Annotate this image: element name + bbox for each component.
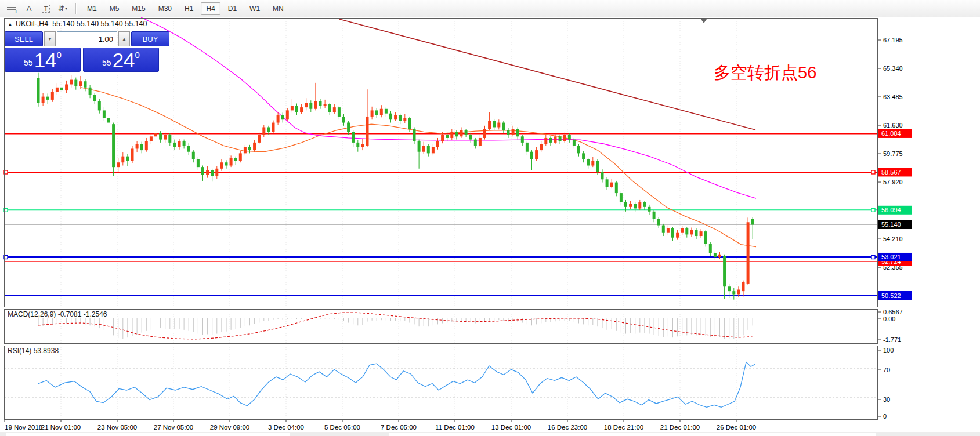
date-label: 3 Dec 04:00	[268, 424, 304, 431]
arrows-tool-icon[interactable]: ⇵▾	[55, 2, 70, 15]
candle-body	[516, 129, 519, 136]
candle-body	[342, 117, 345, 123]
date-label: 23 Nov 05:00	[97, 424, 137, 431]
candle-body	[526, 143, 529, 152]
fibonacci-lines	[7, 5, 16, 12]
toolbar-separator	[75, 3, 77, 14]
text-tool-icon[interactable]: A	[21, 2, 37, 15]
candle-body	[281, 115, 284, 119]
timeframe-h4-button[interactable]: H4	[201, 2, 220, 15]
price-tick-label: 65.340	[883, 65, 903, 72]
candle-body	[573, 140, 576, 146]
timeframe-m30-button[interactable]: M30	[153, 2, 177, 15]
price-tick-label: 67.195	[883, 37, 903, 43]
candle-body	[103, 110, 106, 118]
panel-border-2	[5, 346, 878, 420]
candle-body	[718, 255, 721, 257]
candle-body	[361, 144, 364, 147]
candle-body	[403, 118, 406, 121]
candle-body	[272, 123, 275, 132]
candle-body	[540, 144, 543, 151]
rsi-scale-label: 30	[883, 396, 890, 403]
candle-body	[629, 204, 632, 207]
candle-body	[352, 132, 355, 142]
candle-body	[187, 146, 190, 152]
candle-body	[648, 207, 651, 212]
terminal-panel-left[interactable]	[6, 433, 290, 436]
candle-body	[544, 138, 547, 144]
candle-body	[117, 162, 120, 167]
candle-body	[427, 146, 430, 153]
timeframe-m15-button[interactable]: M15	[126, 2, 150, 15]
candle-body	[305, 103, 308, 107]
candle-body	[253, 143, 256, 150]
candle-body	[460, 130, 463, 137]
candle-body	[258, 135, 261, 143]
candle-body	[742, 282, 745, 291]
candle-body	[681, 228, 684, 233]
toolbar: F A T ⇵▾ M1M5M15M30H1H4D1W1MN	[0, 0, 980, 17]
candle-body	[638, 202, 641, 209]
terminal-panel-right[interactable]	[389, 433, 876, 436]
candle-body	[512, 129, 515, 135]
rsi-indicator-label: RSI(14) 53.8938	[8, 347, 59, 355]
fibonacci-tool-icon[interactable]: F	[5, 2, 20, 15]
volume-increase-button[interactable]: ▲	[118, 31, 130, 46]
candle-body	[634, 204, 637, 209]
candle-body	[502, 123, 505, 130]
price-badge-label: 50.522	[881, 292, 901, 299]
candle-body	[441, 135, 444, 141]
candle-body	[197, 159, 200, 167]
candle-body	[371, 110, 374, 117]
candle-body	[206, 170, 209, 175]
price-tick-label: 63.485	[883, 93, 903, 100]
timeframe-m1-button[interactable]: M1	[82, 2, 102, 15]
candle-body	[225, 162, 228, 165]
candle-body	[347, 123, 350, 132]
candle-body	[455, 132, 458, 136]
volume-decrease-button[interactable]: ▼	[44, 31, 56, 46]
timeframe-mn-button[interactable]: MN	[267, 2, 289, 15]
text-label-tool-icon[interactable]: T	[38, 2, 53, 15]
candle-body	[488, 121, 491, 129]
candle-body	[751, 219, 754, 225]
candle-body	[493, 121, 496, 128]
candle-body	[291, 106, 294, 110]
timeframe-m5-button[interactable]: M5	[104, 2, 125, 15]
candle-body	[93, 95, 96, 101]
candle-body	[497, 123, 500, 128]
candle-body	[554, 136, 557, 143]
buy-price-box[interactable]: 55 24 0	[83, 48, 159, 72]
candle-body	[37, 78, 40, 103]
rsi-line	[38, 362, 755, 408]
candle-body	[577, 146, 580, 153]
date-label: 7 Dec 05:00	[381, 424, 417, 431]
candle-body	[479, 138, 482, 146]
timeframe-h1-button[interactable]: H1	[179, 2, 198, 15]
candle-body	[126, 157, 129, 161]
candle-body	[732, 291, 735, 294]
candle-body	[121, 157, 124, 163]
volume-input[interactable]	[57, 31, 117, 46]
candle-body	[356, 143, 359, 147]
candle-body	[286, 110, 289, 119]
timeframe-d1-button[interactable]: D1	[223, 2, 242, 15]
sell-button[interactable]: SELL	[5, 31, 43, 46]
price-chart[interactable]: 67.19565.34063.48561.63059.77557.92054.2…	[0, 17, 980, 436]
candle-body	[173, 143, 176, 147]
candle-body	[685, 228, 688, 235]
candle-body	[643, 202, 646, 207]
candle-body	[596, 161, 599, 172]
candle-body	[582, 153, 585, 159]
buy-button[interactable]: BUY	[131, 31, 169, 46]
candle-body	[300, 107, 303, 112]
candle-body	[164, 135, 167, 140]
timeframe-w1-button[interactable]: W1	[244, 2, 265, 15]
candle-body	[230, 158, 233, 165]
candle-body	[568, 135, 571, 140]
sell-price-box[interactable]: 55 14 0	[5, 48, 81, 72]
candle-body	[159, 133, 162, 140]
collapse-triangle-icon[interactable]: ▲	[8, 21, 13, 27]
candle-body	[450, 132, 453, 138]
candle-body	[74, 80, 77, 86]
